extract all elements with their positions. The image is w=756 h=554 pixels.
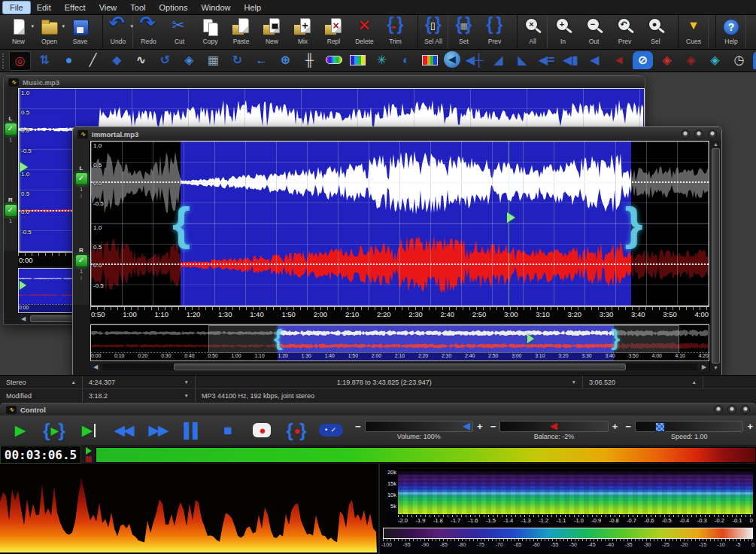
delete-button[interactable]: Delete bbox=[349, 15, 380, 48]
replace-button[interactable]: Repl bbox=[318, 15, 349, 48]
minimize-icon[interactable] bbox=[681, 129, 690, 138]
volume-slider-icon[interactable]: ◀┼ bbox=[464, 51, 484, 69]
open-button[interactable]: ▾ Open bbox=[34, 15, 65, 48]
balance-right-button[interactable]: + bbox=[612, 422, 618, 431]
pitch-pill-icon[interactable] bbox=[323, 51, 344, 69]
new-button[interactable]: ▾ New bbox=[3, 15, 34, 48]
balance-left-button[interactable]: − bbox=[490, 422, 496, 431]
immortal-waveform-plot[interactable]: 1.00.50.0-0.5 1.00.50.0-0.5 { } bbox=[90, 141, 709, 306]
rewind-button[interactable]: {◀◀} bbox=[107, 418, 140, 443]
right-channel-checkbox[interactable]: ✓ bbox=[75, 254, 88, 267]
playback-marker-line[interactable] bbox=[509, 142, 509, 306]
speaker-dots-icon[interactable]: ◀ bbox=[584, 51, 605, 69]
zoom-all-button[interactable]: × All bbox=[517, 15, 548, 48]
select-all-button[interactable]: ▯ Sel All bbox=[417, 15, 448, 48]
balance-track[interactable]: ◀ bbox=[499, 421, 608, 432]
copy-button[interactable]: Copy bbox=[195, 15, 226, 48]
fast-forward-button[interactable]: {▶▶} bbox=[141, 418, 175, 443]
record-mode-button[interactable]: {• ✓} bbox=[314, 418, 348, 443]
volume-handle-speaker-icon[interactable]: ◀ bbox=[463, 421, 470, 431]
right-channel-checkbox[interactable]: ✓ bbox=[5, 204, 17, 217]
menu-options[interactable]: Options bbox=[152, 2, 194, 14]
menu-edit[interactable]: Edit bbox=[30, 2, 58, 14]
spectrum-filter-icon[interactable] bbox=[348, 51, 368, 69]
playback-marker-icon[interactable] bbox=[20, 162, 28, 172]
spectrum-analyzer[interactable] bbox=[0, 464, 380, 554]
color-mixer-icon[interactable] bbox=[420, 51, 440, 69]
zoom-selection-button[interactable]: ● Sel bbox=[640, 15, 671, 48]
selection-start-marker[interactable]: { bbox=[172, 200, 190, 247]
maximize-icon[interactable] bbox=[727, 405, 736, 414]
immortal-horizontal-scrollbar[interactable]: ◀ ▶ bbox=[90, 361, 709, 372]
comment-disabled-icon[interactable]: ⊘ bbox=[633, 51, 653, 69]
redo-button[interactable]: Redo bbox=[133, 15, 164, 48]
spectrogram-panel[interactable]: 20k15k10k5k -2.0-1.9-1.8-1.7-1.6-1.5-1.4… bbox=[380, 464, 756, 554]
menu-help[interactable]: Help bbox=[238, 2, 269, 14]
reverse-icon[interactable]: ↺ bbox=[155, 51, 175, 69]
playback-marker-icon[interactable] bbox=[507, 212, 515, 223]
zoom-previous-button[interactable]: ↶ Prev bbox=[609, 15, 640, 48]
scroll-left-icon[interactable]: ◀ bbox=[18, 315, 29, 322]
cues-button[interactable]: Cues bbox=[678, 15, 709, 48]
sphere-icon[interactable]: ● bbox=[59, 51, 79, 69]
menu-window[interactable]: Window bbox=[194, 2, 237, 14]
scroll-left-icon[interactable]: ◀ bbox=[90, 364, 101, 370]
paste-new-button[interactable]: New bbox=[257, 15, 287, 48]
volume-decrease-button[interactable]: − bbox=[355, 422, 361, 431]
record-selection-button[interactable]: {●} bbox=[280, 418, 313, 443]
interpolate-icon[interactable]: ✳ bbox=[372, 51, 392, 69]
paste-button[interactable]: Paste bbox=[226, 15, 257, 48]
stretch-icon[interactable]: ⊕ bbox=[275, 51, 296, 69]
position-cell[interactable]: 3:06.520▲ bbox=[583, 376, 703, 388]
set-selection-button[interactable]: ▦ Set bbox=[448, 15, 479, 48]
selection-range-cell[interactable]: 1:19.878 to 3:43.825 (2:23.947)▼ bbox=[196, 376, 583, 388]
selection-end-marker[interactable]: } bbox=[624, 200, 642, 247]
maximize-icon[interactable] bbox=[694, 129, 703, 138]
overview-marker-icon[interactable] bbox=[527, 334, 534, 343]
minimize-icon[interactable] bbox=[714, 405, 723, 414]
clock-icon[interactable]: ◷ bbox=[729, 51, 749, 69]
scroll-right-icon[interactable]: ▶ bbox=[699, 364, 709, 370]
close-icon[interactable] bbox=[708, 129, 717, 138]
close-icon[interactable] bbox=[741, 405, 750, 414]
left-channel-checkbox[interactable]: ✓ bbox=[5, 123, 17, 135]
play-button[interactable]: {▶} bbox=[3, 418, 36, 443]
pause-button[interactable]: {▌▌} bbox=[176, 418, 209, 443]
scroll-up-icon[interactable]: ▲ bbox=[713, 142, 718, 147]
cue-points-icon[interactable]: ◄ bbox=[609, 51, 629, 69]
undo-button[interactable]: ▾ Undo bbox=[102, 15, 133, 48]
stop-button[interactable]: {■} bbox=[211, 418, 244, 443]
play-from-marker-button[interactable]: {▶} bbox=[72, 418, 105, 443]
shape-points-icon[interactable]: ◆ bbox=[107, 51, 127, 69]
cue-green-diamond-icon[interactable]: ◈ bbox=[681, 51, 701, 69]
notes-icon[interactable]: ❏ bbox=[753, 51, 756, 69]
trim-button[interactable]: ◂▸ Trim bbox=[380, 15, 411, 48]
cut-button[interactable]: Cut bbox=[164, 15, 195, 48]
speed-handle[interactable] bbox=[655, 422, 665, 432]
frame-tool-icon[interactable]: ▦ bbox=[203, 51, 223, 69]
save-button[interactable]: Save bbox=[65, 15, 96, 48]
offset-left-icon[interactable]: ← bbox=[251, 51, 272, 69]
mix-button[interactable]: Mix bbox=[287, 15, 318, 48]
balance-handle-speaker-icon[interactable]: ◀ bbox=[550, 421, 557, 431]
previous-selection-button[interactable]: Prev bbox=[479, 15, 510, 48]
match-volume-icon[interactable]: ◀= bbox=[536, 51, 557, 69]
immortal-overview-strip[interactable]: { } 0:000:100:200:300:400:501:001:101:20… bbox=[90, 324, 709, 361]
speaker-levels-icon[interactable]: ◀▮ bbox=[560, 51, 581, 69]
swirl-icon[interactable]: ↻ bbox=[227, 51, 247, 69]
playback-speaker-icon[interactable]: ◀ bbox=[444, 51, 460, 68]
overview-selection-end[interactable]: } bbox=[611, 327, 620, 349]
volume-flag-icon[interactable]: ◣ bbox=[512, 51, 533, 69]
speed-decrease-button[interactable]: − bbox=[625, 422, 631, 431]
zoom-out-button[interactable]: − Out bbox=[578, 15, 609, 48]
immortal-window-titlebar[interactable]: ∿ Immortal.mp3 bbox=[73, 127, 721, 141]
eq-sliders-icon[interactable]: ╫ bbox=[299, 51, 320, 69]
volume-track[interactable]: ◀ bbox=[365, 421, 473, 432]
menu-file[interactable]: File bbox=[3, 2, 30, 14]
immortal-vertical-scrollbar[interactable]: ▲ ▼ bbox=[709, 141, 721, 371]
control-titlebar[interactable]: ∿ Control bbox=[0, 403, 756, 416]
volume-increase-button[interactable]: + bbox=[477, 422, 483, 431]
draw-line-icon[interactable]: ╱ bbox=[83, 51, 103, 69]
speed-increase-button[interactable]: + bbox=[747, 422, 753, 431]
overview-marker-icon[interactable] bbox=[20, 281, 26, 290]
